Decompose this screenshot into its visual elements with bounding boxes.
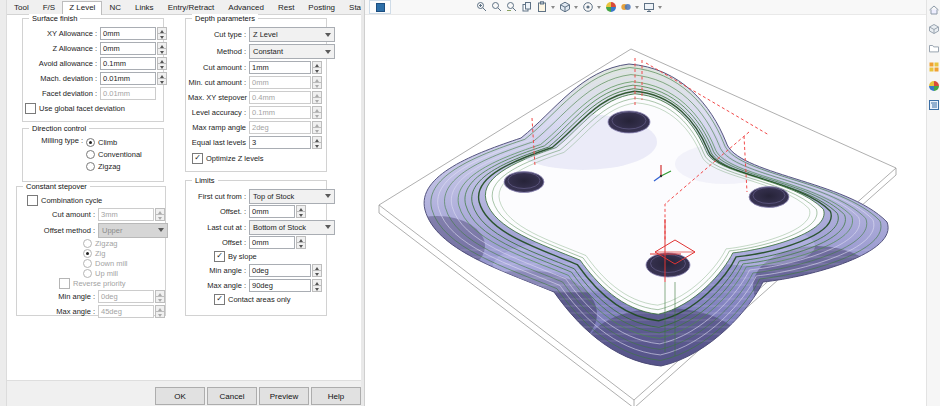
tab-rest[interactable]: Rest — [271, 1, 301, 14]
material-dropdown-caret[interactable] — [635, 6, 639, 9]
cs-zig-radio — [83, 249, 92, 258]
last-cut-row: Last cut at : Bottom of Stock — [188, 219, 324, 235]
avoid-allowance-input[interactable]: 0.1mm — [100, 57, 156, 70]
avoid-allowance-spinner[interactable] — [157, 57, 167, 70]
cut-type-dropdown[interactable]: Z Level — [249, 27, 335, 42]
optimize-z-checkbox[interactable] — [192, 153, 203, 164]
cs-max-angle-spinner[interactable] — [155, 305, 165, 318]
equal-last-levels-input[interactable]: 3 — [249, 136, 311, 149]
cs-zig-label: Zig — [95, 249, 105, 258]
offset-method-row: Offset method : Upper — [19, 222, 163, 238]
use-global-facet-label: Use global facet deviation — [39, 104, 125, 113]
cs-min-angle-input[interactable]: 0deg — [98, 290, 154, 303]
copy-icon[interactable] — [520, 1, 533, 14]
display-icon[interactable] — [642, 1, 655, 14]
lim-min-angle-input[interactable]: 0deg — [249, 264, 311, 277]
lim-max-angle-spinner[interactable] — [312, 279, 322, 292]
shade-dropdown-caret[interactable] — [574, 6, 578, 9]
viewport-canvas[interactable] — [365, 14, 926, 406]
tab-entry-retract[interactable]: Entry/Retract — [161, 1, 222, 14]
reverse-priority-checkbox — [59, 278, 70, 289]
mach-deviation-spinner[interactable] — [157, 72, 167, 85]
offset1-input[interactable]: 0mm — [249, 205, 295, 218]
combination-cycle-row[interactable]: Combination cycle — [19, 194, 163, 207]
optimize-z-row[interactable]: Optimize Z levels — [188, 150, 324, 167]
last-cut-dropdown[interactable]: Bottom of Stock — [249, 220, 335, 235]
fixture-icon[interactable] — [928, 61, 940, 73]
offset1-spinner[interactable] — [296, 205, 306, 218]
offset2-spinner[interactable] — [296, 236, 306, 249]
z-allowance-spinner[interactable] — [157, 42, 167, 55]
app-window: Tool F/S Z Level NC Links Entry/Retract … — [0, 0, 940, 406]
use-global-facet-checkbox[interactable] — [25, 103, 36, 114]
contact-areas-checkbox[interactable] — [214, 294, 225, 305]
lim-max-angle-input[interactable]: 90deg — [249, 279, 311, 292]
milling-zigzag-option[interactable]: Zigzag — [86, 160, 142, 172]
tab-posting[interactable]: Posting — [301, 1, 342, 14]
tab-z-level[interactable]: Z Level — [62, 1, 102, 15]
visibility-dropdown-caret[interactable] — [597, 6, 601, 9]
method-dropdown[interactable]: Constant — [249, 44, 335, 59]
zigzag-radio[interactable] — [86, 162, 95, 171]
cs-zigzag-radio — [83, 239, 92, 248]
climb-radio[interactable] — [86, 138, 95, 147]
display-dropdown-caret[interactable] — [658, 6, 662, 9]
method-label: Method : — [188, 47, 249, 56]
cs-min-angle-spinner[interactable] — [155, 290, 165, 303]
operation-dialog: Tool F/S Z Level NC Links Entry/Retract … — [7, 0, 361, 406]
tab-fs[interactable]: F/S — [36, 1, 62, 14]
dialog-button-bar: OK Cancel Preview Help — [7, 380, 361, 406]
home-icon[interactable] — [928, 4, 940, 16]
colors-icon[interactable] — [928, 80, 940, 92]
stock-box-icon[interactable] — [928, 23, 940, 35]
group-title: Depth parameters — [192, 14, 258, 23]
cs-max-angle-input[interactable]: 45deg — [98, 305, 154, 318]
cancel-button[interactable]: Cancel — [207, 387, 257, 405]
render-icon[interactable] — [604, 1, 617, 14]
offset2-input[interactable]: 0mm — [249, 236, 295, 249]
help-button[interactable]: Help — [311, 387, 361, 405]
milling-climb-option[interactable]: Climb — [86, 136, 142, 148]
hole-bottom — [646, 253, 690, 277]
combination-cycle-checkbox[interactable] — [27, 195, 38, 206]
conventional-radio[interactable] — [86, 150, 95, 159]
zoom-window-icon[interactable] — [490, 1, 503, 14]
xy-allowance-input[interactable]: 0mm — [100, 27, 156, 40]
tab-links[interactable]: Links — [128, 1, 161, 14]
dp-cut-amount-spinner[interactable] — [312, 61, 322, 74]
operation-tree-icon[interactable] — [928, 99, 940, 111]
min-cut-amount-label: Min. cut amount : — [188, 78, 249, 87]
optimize-z-label: Optimize Z levels — [206, 154, 264, 163]
xy-allowance-spinner[interactable] — [157, 27, 167, 40]
method-row: Method : Constant — [188, 43, 324, 60]
zoom-dynamic-icon[interactable] — [505, 1, 518, 14]
zoom-in-icon[interactable] — [475, 1, 488, 14]
by-slope-checkbox[interactable] — [214, 251, 225, 262]
conventional-label: Conventional — [98, 150, 142, 159]
material-icon[interactable] — [619, 1, 632, 14]
by-slope-row[interactable]: By slope — [188, 250, 324, 263]
z-allowance-input[interactable]: 0mm — [100, 42, 156, 55]
first-cut-dropdown[interactable]: Top of Stock — [249, 189, 335, 204]
equal-last-levels-label: Equal last levels — [188, 138, 249, 147]
lim-min-angle-spinner[interactable] — [312, 264, 322, 277]
paste-icon[interactable] — [535, 1, 548, 14]
stop-button[interactable] — [369, 0, 391, 14]
tab-advanced[interactable]: Advanced — [221, 1, 271, 14]
shade-mode-icon[interactable] — [558, 1, 571, 14]
preview-button[interactable]: Preview — [259, 387, 309, 405]
ok-button[interactable]: OK — [155, 387, 205, 405]
tab-nc[interactable]: NC — [102, 1, 128, 14]
equal-last-levels-spinner[interactable] — [312, 136, 322, 149]
milling-conventional-option[interactable]: Conventional — [86, 148, 142, 160]
max-ramp-angle-label: Max ramp angle — [188, 123, 249, 132]
visibility-icon[interactable] — [581, 1, 594, 14]
facet-deviation-row: Facet deviation : 0.01mm — [25, 86, 161, 101]
paste-dropdown-caret[interactable] — [551, 6, 555, 9]
level-accuracy-input: 0.1mm — [249, 106, 311, 119]
mach-deviation-input[interactable]: 0.01mm — [100, 72, 156, 85]
contact-areas-row[interactable]: Contact areas only — [188, 293, 324, 306]
folder-icon[interactable] — [928, 42, 940, 54]
tab-tool[interactable]: Tool — [7, 1, 36, 14]
dp-cut-amount-input[interactable]: 1mm — [249, 61, 311, 74]
